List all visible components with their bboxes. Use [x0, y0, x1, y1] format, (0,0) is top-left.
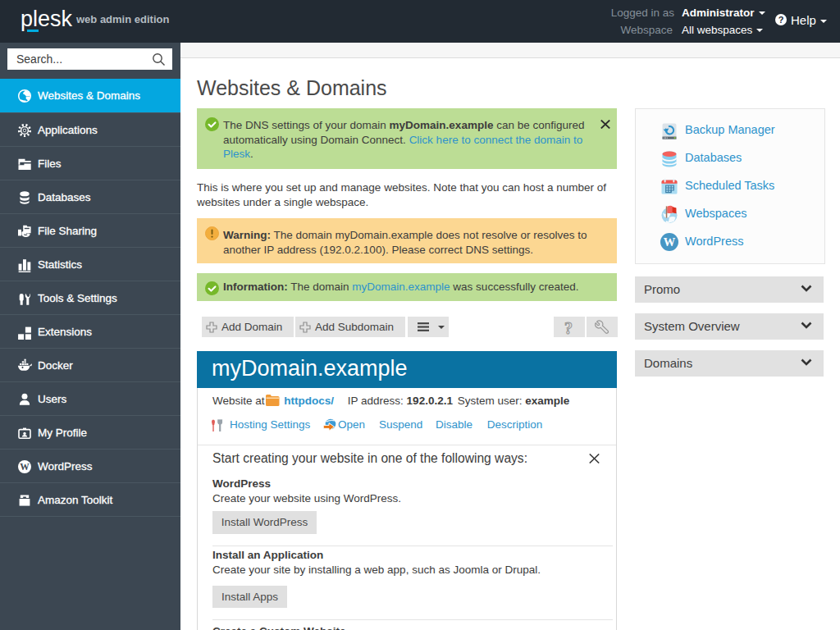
svg-text:W: W — [664, 235, 676, 249]
svg-text:W: W — [20, 462, 30, 472]
svg-text:?: ? — [778, 15, 784, 25]
